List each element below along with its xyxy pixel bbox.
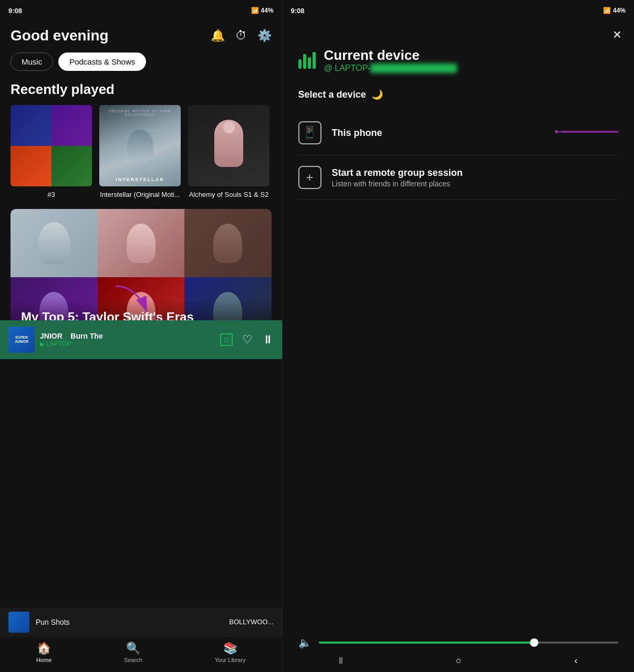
moon-icon: 🌙: [371, 89, 383, 100]
tab-music[interactable]: Music: [11, 52, 53, 71]
mini-track-name: JNIOR Burn The: [40, 332, 215, 340]
list-item[interactable]: ORIGINAL MOTION PICTURE SOUNDTRACK Inter…: [99, 105, 181, 198]
bottom-peek-items: BOLLYWOO...: [229, 618, 273, 626]
header-icons: 🔔 ⏱ ⚙️: [211, 29, 272, 43]
tab-podcasts[interactable]: Podcasts & Shows: [58, 52, 146, 71]
album-art-interstellar: ORIGINAL MOTION PICTURE SOUNDTRACK: [99, 105, 181, 186]
mini-player-info: JNIOR Burn The ▶ LAPTOP-: [40, 332, 215, 348]
filter-tabs: Music Podcasts & Shows: [0, 49, 282, 78]
android-back-btn-right[interactable]: ‹: [575, 655, 578, 666]
bottom-peek-row: Pun Shots BOLLYWOO...: [0, 607, 282, 636]
phone-icon: 📱: [298, 121, 321, 144]
device-item-group-session[interactable]: + Start a remote group session Listen wi…: [298, 155, 618, 200]
mini-player[interactable]: SUPERJUNIOR JNIOR Burn The ▶ LAPTOP- ⊡ ♡…: [0, 320, 282, 359]
album-art-mix3: [11, 105, 92, 186]
time-left: 9:08: [8, 7, 22, 15]
settings-icon[interactable]: ⚙️: [257, 29, 272, 43]
pause-button[interactable]: ⏸: [262, 333, 274, 346]
mini-controls: ⊡ ♡ ⏸: [220, 333, 274, 346]
current-device-row: Current device @ LAPTOP-XXXXXXXXXXXXXXX: [298, 47, 618, 73]
close-button[interactable]: ×: [613, 26, 621, 43]
battery-left: 44%: [261, 7, 274, 14]
nav-search[interactable]: 🔍 Search: [124, 642, 142, 663]
greeting-text: Good evening: [11, 27, 109, 44]
current-device-name: @ LAPTOP-XXXXXXXXXXXXXXX: [324, 64, 457, 73]
bell-icon[interactable]: 🔔: [211, 29, 225, 43]
header: Good evening 🔔 ⏱ ⚙️: [0, 21, 282, 49]
battery-right: 44%: [613, 7, 626, 14]
peek-label: Pun Shots: [36, 618, 70, 626]
home-icon: 🏠: [37, 642, 51, 655]
recently-played-grid: #3 ORIGINAL MOTION PICTURE SOUNDTRACK In…: [0, 105, 282, 209]
mini-album-art: SUPERJUNIOR: [8, 327, 35, 353]
nav-home[interactable]: 🏠 Home: [36, 642, 51, 663]
device-item-info-phone: This phone: [332, 128, 382, 139]
current-device-title: Current device: [324, 47, 457, 64]
nav-library-label: Your Library: [215, 657, 246, 663]
mini-device-info: ▶ LAPTOP-: [40, 340, 215, 348]
status-bar-left: 9:08 📶 44%: [0, 0, 282, 21]
device-sublabel-group: Listen with friends in different places: [332, 180, 463, 188]
list-item[interactable]: Alchemy of Souls S1 & S2: [188, 105, 269, 198]
status-bar-right: 9:08 📶 44%: [283, 0, 634, 21]
like-button[interactable]: ♡: [242, 333, 253, 346]
device-label-phone: This phone: [332, 128, 382, 139]
list-item[interactable]: #3: [11, 105, 92, 198]
search-icon: 🔍: [126, 642, 140, 655]
nav-search-label: Search: [124, 657, 142, 663]
bottom-nav: 🏠 Home 🔍 Search 📚 Your Library: [0, 636, 282, 672]
nav-library[interactable]: 📚 Your Library: [215, 642, 246, 663]
rp-label-mix3: #3: [11, 191, 92, 198]
recently-played-title: Recently played: [0, 78, 282, 105]
timer-icon[interactable]: ⏱: [235, 29, 247, 43]
volume-thumb[interactable]: [530, 638, 538, 647]
rp-label-alchemy: Alchemy of Souls S1 & S2: [188, 191, 269, 198]
device-name-blurred: XXXXXXXXXXXXXXX: [370, 64, 456, 73]
nav-home-label: Home: [36, 657, 51, 663]
select-device-label: Select a device 🌙: [298, 89, 618, 100]
library-icon: 📚: [223, 642, 237, 655]
phone-arrow: [555, 121, 623, 144]
android-nav-right: ⫴ ○ ‹: [283, 649, 634, 672]
signal-icon: 📶: [251, 7, 259, 14]
peek-album-art: [8, 612, 29, 633]
time-right: 9:08: [291, 7, 305, 15]
equalizer-icon: [298, 52, 316, 69]
plus-icon: +: [298, 166, 321, 189]
status-icons-right: 📶 44%: [603, 7, 626, 14]
device-label-group: Start a remote group session: [332, 167, 463, 178]
volume-fill: [319, 642, 535, 644]
album-art-alchemy: [188, 105, 269, 186]
screen-cast-button[interactable]: ⊡: [220, 333, 233, 346]
android-home-btn-right[interactable]: ○: [456, 655, 462, 666]
android-menu-btn-right[interactable]: ⫴: [339, 655, 343, 666]
purple-arrow-svg: [555, 121, 623, 142]
device-section: Current device @ LAPTOP-XXXXXXXXXXXXXXX …: [283, 21, 634, 216]
rp-label-interstellar: Interstellar (Original Moti...: [99, 191, 181, 198]
wifi-icon-right: 📶: [603, 7, 611, 14]
left-panel: 9:08 📶 44% Good evening 🔔 ⏱ ⚙️ Music Pod…: [0, 0, 282, 672]
status-icons-left: 📶 44%: [251, 7, 274, 14]
volume-section: 🔈: [298, 636, 618, 649]
speaker-icon: 🔈: [298, 636, 311, 649]
right-panel: 9:08 📶 44% × Current device @ LAPTOP-XXX…: [283, 0, 634, 672]
device-list: 📱 This phone: [298, 111, 618, 200]
volume-track[interactable]: [319, 642, 618, 644]
device-item-info-group: Start a remote group session Listen with…: [332, 167, 463, 188]
device-item-this-phone[interactable]: 📱 This phone: [298, 111, 618, 155]
current-device-info: Current device @ LAPTOP-XXXXXXXXXXXXXXX: [324, 47, 457, 73]
